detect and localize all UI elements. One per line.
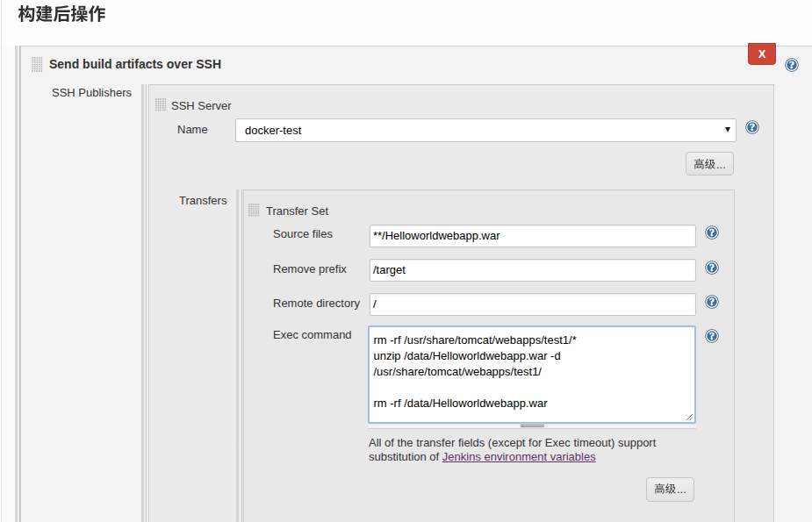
svg-text:?: ? <box>750 121 755 133</box>
svg-text:?: ? <box>709 330 715 342</box>
svg-text:?: ? <box>709 226 715 239</box>
svg-text:?: ? <box>709 296 715 308</box>
svg-text:?: ? <box>709 261 715 274</box>
svg-text:?: ? <box>789 59 794 71</box>
